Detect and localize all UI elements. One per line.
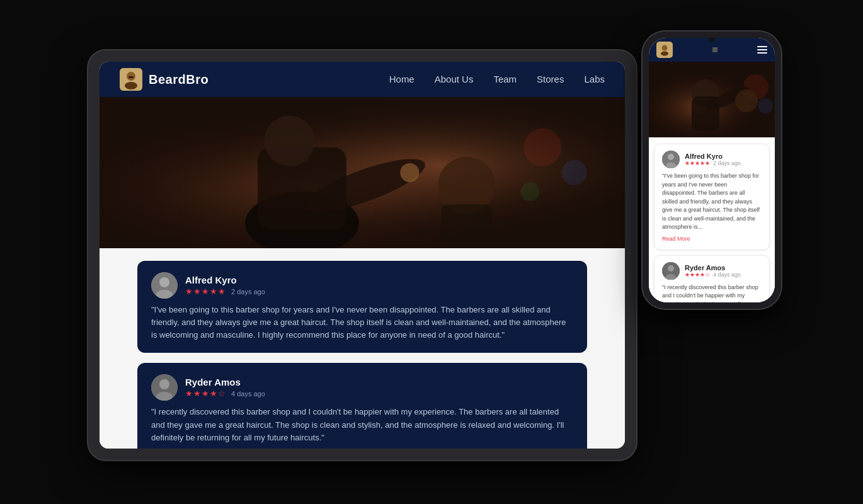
svg-point-39 xyxy=(668,265,674,272)
mobile-stars-2: ★★★★☆ xyxy=(685,272,710,278)
svg-point-15 xyxy=(523,129,561,166)
svg-point-25 xyxy=(662,45,668,51)
reviewer-avatar-1 xyxy=(151,272,178,299)
mobile-reviewer-name-2: Ryder Amos xyxy=(685,264,741,272)
nav-home[interactable]: Home xyxy=(389,74,414,84)
mobile-review-meta-1: ★★★★★ 2 days ago xyxy=(685,160,741,166)
mobile-date-1: 2 days ago xyxy=(713,160,741,166)
mobile-reviews-section: Alfred Kyro ★★★★★ 2 days ago "I've been … xyxy=(649,137,775,302)
nav-stores[interactable]: Stores xyxy=(537,74,564,84)
svg-point-2 xyxy=(125,82,137,89)
mobile-review-card-2: Ryder Amos ★★★★☆ 4 days ago "I recently … xyxy=(654,255,770,303)
tablet-navbar: BeardBro Home About Us Team Stores Labs xyxy=(100,62,625,97)
brand-logo: BeardBro xyxy=(120,68,209,91)
reviewer-info-2: Ryder Amos ★★★★☆ 4 days ago xyxy=(185,377,265,398)
reviewer-info-1: Alfred Kyro ★★★★★ 2 days ago xyxy=(185,275,265,296)
svg-rect-13 xyxy=(442,204,492,242)
review-text-1: "I've been going to this barber shop for… xyxy=(151,304,573,341)
mobile-review-text-2: "I recently discovered this barber shop … xyxy=(662,284,762,303)
review-date-1: 2 days ago xyxy=(231,288,265,295)
read-more-1[interactable]: Read More xyxy=(662,236,690,242)
mobile-reviewer-info-1: Alfred Kyro ★★★★★ 2 days ago xyxy=(685,152,741,166)
svg-rect-3 xyxy=(129,76,134,78)
review-header-2: Ryder Amos ★★★★☆ 4 days ago xyxy=(151,374,573,401)
mobile-review-header-2: Ryder Amos ★★★★☆ 4 days ago xyxy=(662,262,762,280)
reviewer-name-1: Alfred Kyro xyxy=(185,275,265,285)
svg-point-34 xyxy=(735,89,758,112)
svg-point-11 xyxy=(400,163,419,182)
svg-point-30 xyxy=(758,98,773,113)
tablet-screen: BeardBro Home About Us Team Stores Labs xyxy=(100,62,625,449)
mobile-camera xyxy=(712,47,717,52)
mobile-date-2: 4 days ago xyxy=(713,272,741,278)
mobile-navbar xyxy=(649,38,775,62)
svg-point-17 xyxy=(520,182,539,201)
mobile-notch xyxy=(709,38,715,42)
review-date-2: 4 days ago xyxy=(231,390,265,398)
review-card-2: Ryder Amos ★★★★☆ 4 days ago "I recently … xyxy=(137,363,587,449)
review-text-2: "I recently discovered this barber shop … xyxy=(151,406,573,444)
review-card-1: Alfred Kyro ★★★★★ 2 days ago "I've been … xyxy=(137,261,587,353)
brand-name: BeardBro xyxy=(149,72,209,87)
mobile-logo xyxy=(656,42,673,58)
svg-point-9 xyxy=(264,116,314,166)
tablet-frame: BeardBro Home About Us Team Stores Labs xyxy=(88,50,636,460)
reviewer-name-2: Ryder Amos xyxy=(185,377,265,387)
logo-icon xyxy=(120,68,142,91)
svg-point-36 xyxy=(668,154,674,160)
mobile-screen: Alfred Kyro ★★★★★ 2 days ago "I've been … xyxy=(649,38,775,302)
review-meta-2: ★★★★☆ 4 days ago xyxy=(185,389,265,398)
review-meta-1: ★★★★★ 2 days ago xyxy=(185,287,265,296)
mobile-review-card-1: Alfred Kyro ★★★★★ 2 days ago "I've been … xyxy=(654,144,770,250)
tablet-device: BeardBro Home About Us Team Stores Labs xyxy=(88,50,636,460)
nav-links: Home About Us Team Stores Labs xyxy=(389,74,605,85)
nav-labs[interactable]: Labs xyxy=(584,74,605,84)
mobile-reviewer-name-1: Alfred Kyro xyxy=(685,152,741,160)
stars-1: ★★★★★ xyxy=(185,287,226,296)
mobile-frame: Alfred Kyro ★★★★★ 2 days ago "I've been … xyxy=(643,32,781,309)
svg-point-22 xyxy=(159,379,169,389)
stars-2: ★★★★☆ xyxy=(185,389,226,398)
mobile-hero xyxy=(649,62,775,137)
mobile-avatar-2 xyxy=(662,262,680,280)
svg-point-19 xyxy=(159,277,169,287)
mobile-reviewer-info-2: Ryder Amos ★★★★☆ 4 days ago xyxy=(685,264,741,278)
mobile-stars-1: ★★★★★ xyxy=(685,160,710,166)
mobile-review-text-1: "I've been going to this barber shop for… xyxy=(662,172,762,232)
nav-team[interactable]: Team xyxy=(493,74,517,84)
nav-about[interactable]: About Us xyxy=(435,74,474,84)
tablet-hero xyxy=(100,97,625,248)
reviewer-avatar-2 xyxy=(151,374,178,401)
mobile-device: Alfred Kyro ★★★★★ 2 days ago "I've been … xyxy=(643,32,781,309)
svg-point-16 xyxy=(562,160,587,185)
svg-point-26 xyxy=(661,52,668,56)
review-header-1: Alfred Kyro ★★★★★ 2 days ago xyxy=(151,272,573,299)
mobile-avatar-1 xyxy=(662,151,680,168)
mobile-review-meta-2: ★★★★☆ 4 days ago xyxy=(685,272,741,278)
mobile-review-header-1: Alfred Kyro ★★★★★ 2 days ago xyxy=(662,151,762,168)
hero-image xyxy=(100,97,625,248)
tablet-reviews-section: Alfred Kyro ★★★★★ 2 days ago "I've been … xyxy=(100,248,625,449)
hamburger-icon[interactable] xyxy=(757,46,767,54)
